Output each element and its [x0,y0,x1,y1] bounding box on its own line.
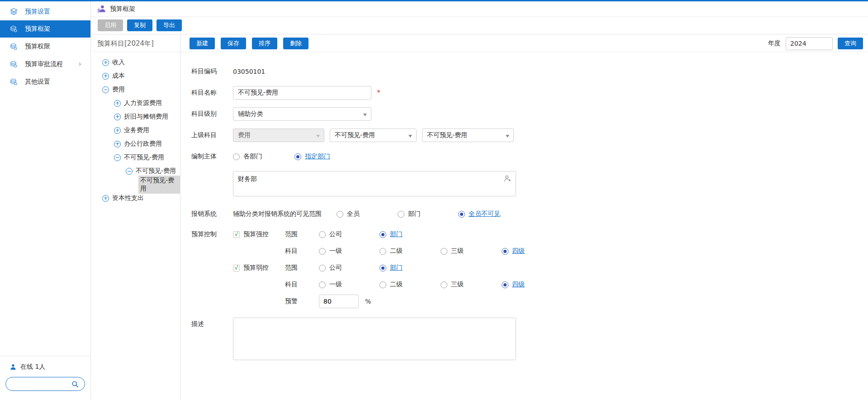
warning-unit: % [365,298,371,305]
coins-icon [10,43,18,51]
weak-control-checkbox[interactable]: √ 预算弱控 [233,264,285,272]
subject-name-label: 科目名称 [191,89,233,97]
sidebar-item-budget-framework[interactable]: 预算框架 [0,20,90,38]
tree-node-hr-expense[interactable]: + 人力资源费用 [91,96,180,110]
tree-node-depreciation-expense[interactable]: + 折旧与摊销费用 [91,110,180,124]
compile-subject-row: 编制主体 各部门 指定部门 [191,150,868,163]
page-title: 预算框架 [110,5,135,13]
radio-icon [319,281,326,288]
warning-label: 预警 [285,297,319,305]
tree-node-income[interactable]: + 收入 [91,56,180,69]
online-status: 在线 1人 [5,362,85,372]
radio-strong-subject-level1[interactable]: 一级 [319,247,379,255]
expand-icon[interactable]: + [102,59,109,66]
subject-level-select[interactable]: 辅助分类 [233,107,371,121]
radio-specified-departments[interactable]: 指定部门 [294,152,330,161]
expand-icon[interactable]: + [114,114,121,120]
subject-name-input[interactable] [233,86,371,100]
tree-panel-title: 预算科目[2024年] [91,35,180,52]
radio-weak-scope-company[interactable]: 公司 [319,264,379,272]
subject-code-label: 科目编码 [191,67,233,76]
radio-strong-scope-department[interactable]: 部门 [379,230,403,238]
main-area: 预算框架 启用 复制 导出 预算科目[2024年] + 收入 + 成本 [91,1,868,400]
sidebar-item-approval-flow[interactable]: 预算审批流程 › [0,55,90,73]
collapse-icon[interactable]: − [126,168,133,175]
export-button[interactable]: 导出 [157,19,182,31]
sidebar-item-budget-permission[interactable]: 预算权限 [0,38,90,55]
radio-department[interactable]: 部门 [398,210,458,218]
radio-weak-subject-level2[interactable]: 二级 [379,281,441,289]
radio-icon [337,211,343,218]
parent-subject-select-level3[interactable]: 不可预见-费用 [422,129,514,142]
year-input[interactable] [786,37,833,50]
radio-invisible-to-all[interactable]: 全员不可见 [458,210,500,218]
description-textarea[interactable] [233,318,516,360]
delete-button[interactable]: 删除 [283,38,308,49]
tree-list: + 收入 + 成本 − 费用 + 人力资源费用 [91,52,180,205]
radio-icon [379,281,386,288]
query-button[interactable]: 查询 [838,38,863,49]
radio-icon [502,281,508,288]
budget-control-strong-scope-row: 预算控制 √ 预算强控 范围 公司 部门 [191,228,868,241]
expand-icon[interactable]: + [114,127,121,134]
layers-icon [10,8,18,16]
radio-strong-subject-level2[interactable]: 二级 [379,247,441,255]
budget-control-label: 预算控制 [191,230,233,238]
search-input[interactable] [11,378,72,390]
radio-strong-subject-level4[interactable]: 四级 [502,247,525,255]
strong-control-checkbox[interactable]: √ 预算强控 [233,230,285,238]
strong-subject-label: 科目 [285,247,319,255]
search-icon[interactable] [71,381,79,388]
tree-node-office-admin-expense[interactable]: + 办公行政费用 [91,137,180,151]
parent-subject-select-level2[interactable]: 不可预见-费用 [330,129,417,142]
radio-icon [502,248,508,255]
radio-weak-subject-level1[interactable]: 一级 [319,281,379,289]
parent-subject-label: 上级科目 [191,131,233,139]
sort-button[interactable]: 排序 [252,38,277,49]
budget-subject-tree-panel: 预算科目[2024年] + 收入 + 成本 − 费用 + [91,35,180,400]
tree-node-unforeseen-expense[interactable]: − 不可预见-费用 [91,151,180,164]
sidebar-item-other-settings[interactable]: 其他设置 [0,73,90,90]
radio-all-departments[interactable]: 各部门 [233,152,294,161]
radio-icon [319,231,326,238]
tree-node-expense[interactable]: − 费用 [91,83,180,96]
sidebar-item-label: 预算权限 [25,43,50,51]
tree-node-cost[interactable]: + 成本 [91,69,180,83]
radio-weak-subject-level3[interactable]: 三级 [441,281,502,289]
tree-node-unforeseen-expense-leaf-selected[interactable]: 不可预见-费用 [91,178,180,191]
radio-icon [379,231,386,238]
radio-strong-scope-company[interactable]: 公司 [319,230,379,238]
new-button[interactable]: 新建 [190,38,215,49]
warning-threshold-row: 预警 % [191,295,868,308]
enable-button[interactable]: 启用 [98,19,123,31]
page-header: 预算框架 [91,1,868,17]
save-button[interactable]: 保存 [221,38,246,49]
compile-subject-label: 编制主体 [191,152,233,161]
collapse-icon[interactable]: − [114,154,121,161]
departments-box[interactable]: 财务部 [233,171,516,196]
warning-threshold-input[interactable] [319,295,359,308]
add-person-icon[interactable] [504,175,512,182]
subject-code-value: 03050101 [233,68,265,75]
radio-weak-subject-level4[interactable]: 四级 [502,281,525,289]
budget-control-weak-subject-row: 科目 一级 二级 三级 [191,278,868,291]
radio-icon [379,248,386,255]
expand-icon[interactable]: + [114,141,121,148]
radio-icon [379,265,386,271]
parent-subject-row: 上级科目 费用 不可预见-费用 不可预见-费用 [191,129,868,142]
sidebar-item-label: 预算设置 [25,8,50,16]
expand-icon[interactable]: + [102,73,109,80]
radio-strong-subject-level3[interactable]: 三级 [441,247,502,255]
checkbox-check-icon: √ [233,231,240,238]
expand-icon[interactable]: + [114,100,121,107]
radio-weak-scope-department[interactable]: 部门 [379,264,403,272]
copy-button[interactable]: 复制 [127,19,152,31]
radio-icon [441,248,447,255]
budget-control-weak-scope-row: √ 预算弱控 范围 公司 部门 [191,261,868,275]
sidebar-item-budget-settings[interactable]: 预算设置 [0,3,90,20]
collapse-icon[interactable]: − [102,86,109,93]
radio-icon [441,281,447,288]
expand-icon[interactable]: + [102,195,109,202]
radio-everyone[interactable]: 全员 [337,210,398,218]
tree-node-business-expense[interactable]: + 业务费用 [91,124,180,137]
